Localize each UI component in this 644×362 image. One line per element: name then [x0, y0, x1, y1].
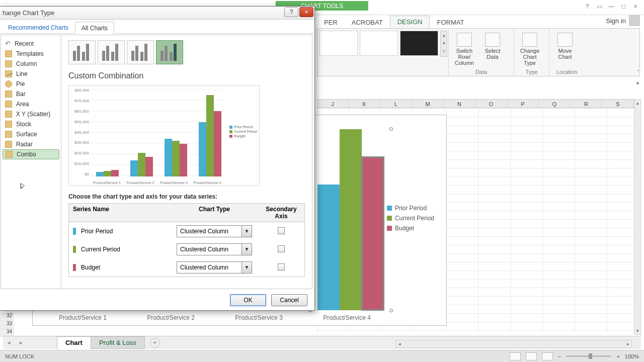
minimize-icon[interactable]: — [606, 2, 617, 11]
col-O[interactable]: O [475, 100, 507, 108]
cat-combo[interactable]: Combo [3, 149, 59, 159]
col-P[interactable]: P [507, 100, 539, 108]
style-thumb-1[interactable] [319, 31, 358, 56]
chart-legend[interactable]: Prior Period Current Period Budget [387, 205, 434, 235]
tab-acrobat[interactable]: ACROBAT [345, 17, 390, 28]
chart-category-list: ↶Recent Templates Column Line Pie Bar Ar… [1, 35, 61, 289]
horizontal-scrollbar[interactable]: ◂▸ [395, 340, 632, 348]
vertical-scrollbar[interactable]: ▴▾ [634, 99, 641, 335]
dialog-titlebar[interactable]: hange Chart Type ? × [0, 7, 314, 20]
group-label-type: Type [514, 69, 549, 75]
select-data-button[interactable]: Select Data [481, 31, 504, 75]
cat-stock[interactable]: Stock [1, 119, 61, 129]
series-row-prior: Prior Period Clustered Column▼ [69, 222, 304, 240]
col-K[interactable]: K [349, 100, 380, 108]
sheet-nav-next[interactable]: ▸ [15, 339, 27, 346]
chart-type-select-budget[interactable]: Clustered Column▼ [177, 261, 252, 274]
secondary-axis-checkbox-budget[interactable] [278, 263, 285, 270]
dialog-title: hange Chart Type [3, 9, 54, 17]
templates-icon [5, 50, 12, 57]
zoom-plus[interactable]: + [616, 353, 619, 359]
help-icon[interactable]: ? [582, 2, 593, 11]
dialog-tabs: Recommended Charts All Charts [0, 20, 314, 34]
maximize-icon[interactable]: □ [618, 2, 629, 11]
col-J[interactable]: J [317, 100, 349, 108]
chevron-down-icon: ▼ [242, 262, 252, 273]
move-chart-button[interactable]: Move Chart [553, 31, 577, 75]
subtype-1[interactable] [68, 40, 96, 64]
view-page-break-button[interactable] [542, 352, 553, 360]
tab-format[interactable]: FORMAT [430, 17, 471, 28]
preview-legend: Prior Period Current Period Budget [229, 125, 257, 139]
col-L[interactable]: L [380, 100, 412, 108]
name-box-dropdown-icon[interactable]: ▾ [636, 80, 639, 86]
col-R[interactable]: R [571, 100, 602, 108]
close-icon[interactable]: × [630, 2, 641, 11]
surface-icon [5, 131, 12, 138]
cat-line[interactable]: Line [1, 69, 61, 79]
zoom-minus[interactable]: − [558, 353, 561, 359]
zoom-level[interactable]: 100% [625, 353, 639, 359]
chart-type-select-current[interactable]: Clustered Column▼ [177, 243, 252, 255]
numlock-indicator: NUM LOCK [5, 353, 34, 359]
view-page-layout-button[interactable] [526, 352, 537, 360]
cat-scatter[interactable]: X Y (Scatter) [1, 109, 61, 119]
swatch-budget [73, 264, 76, 271]
cat-surface[interactable]: Surface [1, 129, 61, 139]
swatch-prior [73, 228, 76, 235]
ribbon-options-icon[interactable]: ▭ [594, 2, 605, 11]
ok-button[interactable]: OK [230, 294, 266, 306]
cat-pie[interactable]: Pie [1, 79, 61, 89]
cat-recent[interactable]: ↶Recent [1, 38, 61, 49]
row-numbers: 32 33 34 [0, 313, 14, 337]
new-sheet-button[interactable]: + [150, 338, 160, 348]
cat-area[interactable]: Area [1, 99, 61, 109]
sheet-tab-chart[interactable]: Chart [57, 336, 91, 349]
line-icon [5, 70, 12, 77]
gallery-scroll[interactable]: ▴▾▿ [440, 31, 447, 57]
change-chart-type-button[interactable]: Change Chart Type [518, 31, 541, 75]
dialog-close-button[interactable]: × [299, 7, 313, 17]
chart-type-select-prior[interactable]: Clustered Column▼ [177, 225, 252, 237]
avatar [629, 15, 640, 26]
preview-x-axis: Product/Service 1Product/Service 2Produc… [90, 181, 224, 185]
tab-design[interactable]: DESIGN [390, 16, 430, 28]
col-Q[interactable]: Q [539, 100, 571, 108]
sheet-tab-profit-loss[interactable]: Profit & Loss [91, 336, 145, 349]
tab-per[interactable]: PER [317, 17, 345, 28]
style-thumb-3[interactable] [400, 31, 438, 56]
cat-bar[interactable]: Bar [1, 89, 61, 99]
col-M[interactable]: M [412, 100, 444, 108]
group-data: Switch Row/ Column Select Data Data [448, 29, 514, 76]
zoom-slider[interactable] [566, 355, 611, 357]
cancel-button[interactable]: Cancel [271, 294, 307, 306]
secondary-axis-checkbox-current[interactable] [278, 245, 285, 252]
chart-styles-gallery[interactable]: ▴▾▿ [317, 29, 448, 76]
col-S[interactable]: S [602, 100, 634, 108]
column-headers: J K L M N O P Q R S [317, 99, 634, 108]
tab-all-charts[interactable]: All Charts [75, 22, 114, 34]
series-instruction: Choose the chart type and axis for your … [68, 193, 305, 200]
view-normal-button[interactable] [510, 352, 521, 360]
subtype-2[interactable] [98, 40, 125, 64]
chevron-down-icon: ▼ [242, 244, 252, 255]
tab-recommended-charts[interactable]: Recommended Charts [2, 21, 75, 33]
subtype-3[interactable] [127, 40, 154, 64]
style-thumb-2[interactable] [360, 31, 398, 56]
series-table: Series Name Chart Type Secondary Axis Pr… [68, 203, 305, 277]
secondary-axis-checkbox-prior[interactable] [278, 227, 285, 234]
ribbon-tabs: PER ACROBAT DESIGN FORMAT [317, 15, 640, 28]
collapse-ribbon-icon[interactable]: ˆ [637, 69, 639, 75]
subtype-custom[interactable] [156, 40, 183, 64]
cat-column[interactable]: Column [1, 59, 61, 69]
sign-in-link[interactable]: Sign in [606, 17, 626, 25]
cat-templates[interactable]: Templates [1, 49, 61, 59]
switch-row-column-button[interactable]: Switch Row/ Column [453, 31, 476, 75]
dialog-help-button[interactable]: ? [284, 7, 298, 17]
cat-radar[interactable]: Radar [1, 139, 61, 149]
ribbon: ▴▾▿ Switch Row/ Column Select Data Data … [317, 28, 640, 76]
status-bar: NUM LOCK − + 100% [0, 350, 644, 362]
sheet-nav-prev[interactable]: ◂ [3, 339, 15, 346]
swatch-current [73, 246, 76, 253]
col-N[interactable]: N [444, 100, 475, 108]
